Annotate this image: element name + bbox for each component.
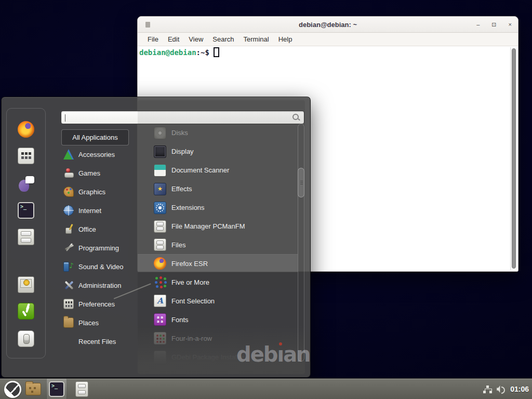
menu-button[interactable] xyxy=(2,379,23,399)
application-label: Document Scanner xyxy=(171,166,229,174)
administration-icon xyxy=(63,280,74,290)
firefox-icon xyxy=(154,257,166,270)
app-font-selection[interactable]: Font Selection xyxy=(138,291,298,310)
app-display[interactable]: Display xyxy=(138,142,298,161)
category-graphics[interactable]: Graphics xyxy=(61,182,138,201)
clock[interactable]: 01:06 xyxy=(510,385,529,393)
office-icon xyxy=(63,224,74,234)
category-office[interactable]: Office xyxy=(61,220,138,238)
graphics-icon xyxy=(63,187,74,197)
category-accessories[interactable]: Accessories xyxy=(61,145,138,164)
favorite-software[interactable] xyxy=(18,148,34,164)
fontsel-icon xyxy=(154,295,166,307)
games-icon xyxy=(63,168,74,178)
category-label: Internet xyxy=(78,207,101,215)
application-menu: All Applications Accessories Games Graph… xyxy=(1,97,311,378)
category-label: Administration xyxy=(78,282,121,289)
app-effects[interactable]: Effects xyxy=(138,180,298,198)
terminal-menubar: FileEditViewSearchTerminalHelp xyxy=(138,33,518,46)
launcher-files[interactable] xyxy=(73,379,90,399)
watermark-text-end: an xyxy=(283,342,310,366)
menu-item-view[interactable]: View xyxy=(184,35,208,43)
category-label: Programming xyxy=(78,244,119,252)
menu-item-edit[interactable]: Edit xyxy=(163,35,184,43)
menu-scrollbar-thumb[interactable] xyxy=(298,168,304,197)
menu-item-terminal[interactable]: Terminal xyxy=(239,35,274,43)
minimize-button[interactable]: – xyxy=(476,22,480,28)
category-sound-video[interactable]: Sound & Video xyxy=(61,257,138,276)
cabinet-icon xyxy=(154,238,166,251)
launcher-terminal[interactable] xyxy=(46,379,67,399)
application-label: Extensions xyxy=(171,204,205,211)
terminal-title: debian@debian: ~ xyxy=(138,17,518,33)
category-label: Recent Files xyxy=(78,338,116,345)
close-button[interactable]: × xyxy=(509,22,512,28)
disks-icon xyxy=(154,127,166,139)
internet-icon xyxy=(63,205,74,216)
text-caret xyxy=(65,114,65,122)
favorite-pidgin[interactable] xyxy=(18,176,34,192)
maximize-button[interactable]: ⊡ xyxy=(491,22,496,28)
app-five-or-more[interactable]: Five or More xyxy=(138,273,298,291)
system-tray: 01:06 xyxy=(483,379,529,399)
cabinet-icon xyxy=(154,220,166,233)
terminal-icon xyxy=(49,381,64,397)
accessories-icon xyxy=(63,149,74,159)
menu-item-file[interactable]: File xyxy=(143,35,163,43)
fonts-icon xyxy=(154,313,166,326)
category-internet[interactable]: Internet xyxy=(61,201,138,220)
menu-scrollbar-track[interactable] xyxy=(298,124,304,362)
app-disks[interactable]: Disks xyxy=(138,124,298,142)
category-preferences[interactable]: Preferences xyxy=(61,295,138,313)
application-label: File Manager PCManFM xyxy=(171,222,245,230)
category-label: Office xyxy=(78,225,96,233)
orb-icon xyxy=(4,381,21,398)
favorite-terminal[interactable] xyxy=(18,202,34,219)
favorite-firefox[interactable] xyxy=(18,121,34,138)
prompt-user: debian@debian xyxy=(139,48,196,57)
watermark-text-i: ı xyxy=(277,342,283,366)
terminal-titlebar[interactable]: debian@debian: ~ – ⊡ × xyxy=(138,17,518,33)
app-extensions[interactable]: Extensions xyxy=(138,198,298,217)
application-label: Disks xyxy=(171,129,188,137)
category-programming[interactable]: Programming xyxy=(61,238,138,257)
favorite-logout[interactable] xyxy=(18,303,34,320)
application-label: Five or More xyxy=(171,278,209,286)
favorite-file-manager[interactable] xyxy=(18,229,34,245)
category-label: Preferences xyxy=(78,300,115,308)
category-administration[interactable]: Administration xyxy=(61,276,138,295)
launcher-file-manager[interactable] xyxy=(23,379,43,399)
programming-icon xyxy=(63,243,74,253)
menu-item-search[interactable]: Search xyxy=(208,35,238,43)
category-list: Accessories Games Graphics Internet Offi… xyxy=(61,145,138,351)
category-label: Places xyxy=(78,319,99,327)
network-icon[interactable] xyxy=(483,385,492,394)
preferences-icon xyxy=(63,299,74,309)
app-firefox-esr[interactable]: Firefox ESR xyxy=(138,254,298,273)
all-applications-button[interactable]: All Applications xyxy=(61,129,129,145)
favorite-lock-screen[interactable] xyxy=(18,276,34,293)
taskbar-launchers xyxy=(2,379,90,399)
category-recent-files[interactable]: Recent Files xyxy=(61,332,138,351)
folder-icon xyxy=(25,383,41,395)
app-document-scanner[interactable]: Document Scanner xyxy=(138,161,298,180)
application-label: Effects xyxy=(171,185,192,193)
favorites-panel xyxy=(6,108,46,358)
terminal-scrollbar-thumb[interactable] xyxy=(512,48,516,269)
cabinet-icon xyxy=(75,381,88,397)
effects-icon xyxy=(154,183,166,195)
dots5-icon xyxy=(154,276,166,288)
window-controls: – ⊡ × xyxy=(476,17,512,33)
volume-icon[interactable] xyxy=(497,385,506,393)
terminal-window-icon xyxy=(145,22,150,28)
taskbar: 01:06 xyxy=(0,378,532,399)
category-games[interactable]: Games xyxy=(61,164,138,182)
category-label: Accessories xyxy=(78,151,115,158)
terminal-scrollbar[interactable] xyxy=(510,47,517,270)
app-files[interactable]: Files xyxy=(138,236,298,255)
favorite-shutdown[interactable] xyxy=(18,330,34,347)
application-label: Display xyxy=(171,148,194,155)
app-file-manager-pcmanfm[interactable]: File Manager PCManFM xyxy=(138,217,298,236)
menu-item-help[interactable]: Help xyxy=(274,35,297,43)
category-places[interactable]: Places xyxy=(61,313,138,332)
